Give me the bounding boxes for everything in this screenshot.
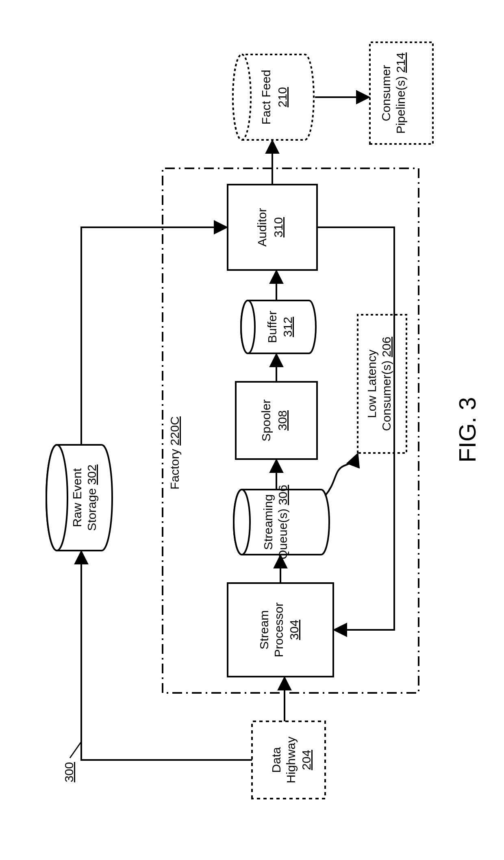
stream-processor-node: Stream Processor 304 — [228, 583, 333, 677]
fact-feed-ref: 210 — [276, 87, 289, 107]
low-latency-label2: Consumer(s) — [380, 361, 393, 431]
diagram-canvas: 300 Raw Event Storage 302 Data Highway 2… — [0, 0, 504, 860]
auditor-label: Auditor — [255, 208, 269, 246]
svg-text:Storage
         
        302: Storage 302 — [85, 464, 98, 531]
consumer-pipeline-ref: 214 — [394, 52, 407, 73]
streaming-queue-label2: Queue(s) — [276, 509, 289, 560]
buffer-ref: 312 — [281, 317, 294, 337]
consumer-pipeline-node: Consumer Pipeline(s) 214 — [370, 42, 433, 144]
streaming-queue-label1: Streaming — [261, 494, 275, 550]
arrow-rawstorage-to-auditor — [81, 227, 227, 445]
buffer-label: Buffer — [265, 311, 279, 343]
svg-text:Factory
         
        220C: Factory 220C — [168, 416, 181, 490]
svg-point-13 — [241, 300, 255, 353]
low-latency-label1: Low Latency — [365, 350, 378, 418]
stream-processor-ref: 304 — [287, 620, 301, 640]
data-highway-node: Data Highway 204 — [252, 721, 325, 799]
spooler-node: Spooler 308 — [236, 382, 317, 459]
streaming-queue-ref: 306 — [276, 485, 289, 505]
data-highway-label1: Data — [269, 747, 283, 773]
diagram-ref: 300 — [62, 762, 76, 782]
stream-processor-label1: Stream — [257, 610, 271, 650]
arrow-queue-to-lowlatency — [325, 454, 358, 496]
raw-event-storage-node: Raw Event Storage 302 — [46, 445, 112, 551]
svg-point-18 — [233, 54, 251, 140]
svg-line-0 — [70, 742, 81, 758]
svg-point-2 — [46, 445, 67, 551]
consumer-pipeline-label1: Consumer — [379, 65, 393, 121]
arrow-datahwy-to-rawstorage — [81, 551, 252, 760]
data-highway-ref: 204 — [300, 750, 313, 770]
auditor-ref: 310 — [272, 217, 285, 237]
fact-feed-node: Fact Feed 210 — [233, 54, 314, 140]
factory-ref: 220C — [168, 416, 181, 446]
buffer-node: Buffer 312 — [241, 300, 316, 353]
raw-event-storage-ref: 302 — [85, 464, 98, 485]
svg-text:Queue(s)
         
        306: Queue(s) 306 — [276, 485, 289, 559]
svg-text:Pipeline(s)
         
        : Pipeline(s) 214 — [394, 52, 407, 134]
spooler-ref: 308 — [276, 410, 289, 431]
svg-text:Consumer(s)
         
        : Consumer(s) 206 — [380, 337, 393, 431]
raw-event-storage-label2: Storage — [85, 488, 98, 531]
factory-label: Factory — [168, 449, 181, 490]
fact-feed-label: Fact Feed — [259, 70, 273, 124]
figure-caption: FIG. 3 — [454, 397, 480, 462]
raw-event-storage-label1: Raw Event — [70, 468, 84, 527]
streaming-queue-node: Streaming Queue(s) 306 — [234, 485, 329, 559]
low-latency-ref: 206 — [380, 337, 393, 357]
stream-processor-label2: Processor — [272, 602, 285, 657]
spooler-label: Spooler — [259, 399, 273, 441]
auditor-node: Auditor 310 — [228, 185, 317, 270]
data-highway-label2: Highway — [284, 736, 298, 783]
consumer-pipeline-label2: Pipeline(s) — [394, 76, 407, 134]
low-latency-consumer-node: Low Latency Consumer(s) 206 — [358, 315, 406, 453]
svg-point-9 — [234, 490, 250, 555]
